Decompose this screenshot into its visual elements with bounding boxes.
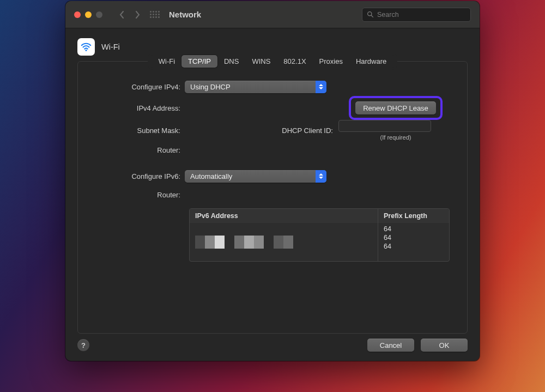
tab-8021x[interactable]: 802.1X	[277, 55, 312, 68]
prefix-values: 64 64 64	[378, 223, 449, 261]
label-configure-ipv6: Configure IPv6:	[92, 172, 185, 180]
label-dhcp-client-id: DHCP Client ID:	[282, 126, 333, 135]
col-prefix-length[interactable]: Prefix Length	[378, 209, 449, 223]
forward-button[interactable]	[131, 8, 144, 21]
chevron-updown-icon	[316, 81, 326, 93]
table-header: IPv6 Address Prefix Length	[190, 209, 449, 223]
label-subnet-mask: Subnet Mask:	[92, 126, 185, 135]
ipv6-addresses-cell	[190, 223, 378, 261]
network-prefs-window: Network Wi-Fi Wi-Fi TCP/IP	[65, 1, 480, 361]
tab-bar: Wi-Fi TCP/IP DNS WINS 802.1X Proxies Har…	[150, 55, 396, 68]
prefix-value: 64	[384, 234, 444, 242]
svg-line-1	[371, 15, 373, 17]
prefix-value: 64	[384, 243, 444, 250]
redacted-address	[234, 236, 264, 249]
label-router-v6: Router:	[92, 191, 185, 199]
search-input[interactable]	[377, 11, 466, 19]
cancel-button[interactable]: Cancel	[367, 339, 414, 352]
search-icon	[367, 11, 374, 18]
window-title: Network	[169, 10, 201, 19]
show-all-prefs-icon[interactable]	[149, 9, 160, 20]
chevron-updown-icon	[316, 170, 326, 183]
select-ipv4-value: Using DHCP	[190, 83, 231, 91]
dhcp-client-id-input[interactable]	[338, 120, 431, 132]
select-configure-ipv6[interactable]: Automatically	[185, 170, 326, 183]
label-configure-ipv4: Configure IPv4:	[92, 83, 185, 91]
tab-hardware[interactable]: Hardware	[349, 55, 393, 68]
label-router-v4: Router:	[92, 146, 185, 154]
dialog-footer: ? Cancel OK	[65, 329, 480, 361]
tab-proxies[interactable]: Proxies	[313, 55, 349, 68]
tab-wins[interactable]: WINS	[245, 55, 277, 68]
help-button[interactable]: ?	[77, 339, 89, 351]
tutorial-highlight: Renew DHCP Lease	[349, 96, 443, 120]
zoom-window-button	[96, 11, 102, 18]
content-area: Wi-Fi Wi-Fi TCP/IP DNS WINS 802.1X Proxi…	[65, 28, 480, 334]
ok-button[interactable]: OK	[421, 339, 468, 352]
hint-if-required: (If required)	[380, 134, 411, 141]
ipv6-address-table[interactable]: IPv6 Address Prefix Length	[189, 208, 450, 262]
back-button[interactable]	[116, 8, 129, 21]
redacted-address	[274, 236, 293, 249]
interface-name: Wi-Fi	[101, 43, 120, 51]
window-controls	[74, 11, 102, 18]
select-ipv6-value: Automatically	[190, 172, 232, 180]
minimize-window-button[interactable]	[85, 11, 92, 18]
col-ipv6-address[interactable]: IPv6 Address	[190, 209, 378, 223]
close-window-button[interactable]	[74, 11, 81, 18]
prefix-value: 64	[384, 225, 444, 233]
interface-header: Wi-Fi	[77, 38, 468, 56]
svg-point-2	[86, 50, 87, 51]
tcpip-form: Configure IPv4: Using DHCP IPv4 Address:	[78, 77, 467, 262]
settings-panel: Wi-Fi TCP/IP DNS WINS 802.1X Proxies Har…	[77, 61, 468, 334]
wifi-icon	[77, 38, 95, 56]
titlebar: Network	[65, 1, 480, 28]
tab-wifi[interactable]: Wi-Fi	[152, 55, 181, 68]
tab-dns[interactable]: DNS	[217, 55, 245, 68]
redacted-address	[195, 236, 225, 249]
search-field[interactable]	[362, 8, 471, 22]
label-ipv4-address: IPv4 Address:	[92, 104, 185, 112]
nav-arrows	[116, 8, 144, 21]
tab-tcpip[interactable]: TCP/IP	[181, 55, 217, 68]
renew-dhcp-lease-button[interactable]: Renew DHCP Lease	[355, 101, 436, 114]
select-configure-ipv4[interactable]: Using DHCP	[185, 81, 326, 93]
